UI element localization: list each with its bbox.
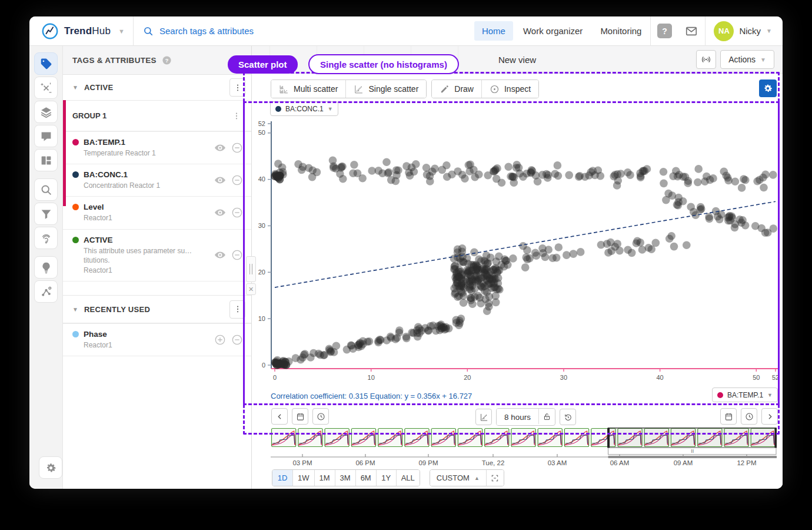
fit-range-button[interactable] <box>486 470 504 486</box>
group-label: GROUP 1 <box>72 111 230 120</box>
step-back-button[interactable] <box>271 408 288 425</box>
chevron-down-icon: ▼ <box>760 57 766 63</box>
draw-button[interactable]: Draw <box>432 80 481 98</box>
help-icon[interactable]: ? <box>162 55 172 65</box>
svg-text:30: 30 <box>258 222 265 229</box>
tag-name: BA:TEMP.1 <box>84 138 125 147</box>
scatter-range-button[interactable] <box>475 409 492 425</box>
resize-grip[interactable] <box>246 256 256 282</box>
minus-circle-icon[interactable] <box>231 249 243 261</box>
help-button[interactable]: ? <box>651 16 678 46</box>
single-scatter-button[interactable]: Single scatter <box>345 80 426 98</box>
tag-description: Reactor1 <box>84 266 214 275</box>
user-name: Nicky <box>739 26 761 36</box>
timeline-strip[interactable]: 03 PM06 PM09 PMTue, 2203 AM06 AM09 AM12 … <box>271 428 777 468</box>
tag-icon <box>40 58 52 70</box>
fingerprint-icon <box>40 232 52 244</box>
multi-scatter-icon <box>279 84 289 94</box>
range-all-button[interactable]: ALL <box>396 470 420 486</box>
range-1d-button[interactable]: 1D <box>272 470 292 486</box>
signal-color-dot <box>72 237 79 243</box>
main-area: New view Actions ▼ Multi scatterSingle s… <box>252 46 783 489</box>
range-6m-button[interactable]: 6M <box>355 470 376 486</box>
panel-resize-handle: ✕ <box>246 256 256 295</box>
clock-icon <box>745 412 754 421</box>
group-menu-button[interactable] <box>230 111 243 121</box>
tag-row-ba-conc-1[interactable]: BA:CONC.1Concentration Reactor 1 <box>63 164 251 196</box>
nav-item-work-organizer[interactable]: Work organizer <box>515 21 590 41</box>
end-time-button[interactable] <box>741 408 757 425</box>
minus-circle-icon[interactable] <box>231 174 243 186</box>
tool-bulb-button[interactable] <box>34 256 58 279</box>
scatter-toolbar: Multi scatterSingle scatter DrawInspect <box>271 80 539 98</box>
kebab-icon <box>232 111 241 121</box>
chevron-down-icon[interactable]: ▼ <box>118 28 125 35</box>
tool-formula-button[interactable] <box>34 77 58 99</box>
svg-text:52: 52 <box>772 374 779 381</box>
tool-graph-button[interactable] <box>34 280 58 303</box>
lock-duration-button[interactable] <box>538 409 555 424</box>
step-forward-button[interactable] <box>761 408 778 425</box>
broadcast-button[interactable] <box>696 50 716 69</box>
range-1m-button[interactable]: 1M <box>314 470 335 486</box>
tool-fingerprint-button[interactable] <box>34 227 58 249</box>
tool-dashboard-button[interactable] <box>34 149 58 171</box>
user-menu[interactable]: NA Nicky ▼ <box>705 21 783 41</box>
annotation-badge-scatter-plot[interactable]: Scatter plot <box>228 55 298 74</box>
multi-scatter-button[interactable]: Multi scatter <box>271 80 345 98</box>
section-active[interactable]: ▼ ACTIVE <box>63 75 251 100</box>
timeline-center-controls: 8 hours <box>475 408 576 426</box>
chevron-left-icon <box>275 412 284 421</box>
duration-display[interactable]: 8 hours <box>497 409 538 425</box>
tool-comment-button[interactable] <box>34 125 58 147</box>
end-date-button[interactable] <box>720 408 737 425</box>
eye-icon[interactable] <box>214 249 226 261</box>
range-3m-button[interactable]: 3M <box>335 470 355 486</box>
minus-circle-icon[interactable] <box>231 334 243 346</box>
history-button[interactable] <box>560 409 576 425</box>
tool-layers-button[interactable] <box>34 101 58 123</box>
minus-circle-icon[interactable] <box>231 142 243 154</box>
tag-row-level[interactable]: LevelReactor1 <box>63 196 251 228</box>
y-axis-signal-selector[interactable]: BA:CONC.1 ▼ <box>270 101 338 116</box>
section-menu-button[interactable] <box>229 300 245 319</box>
section-menu-button[interactable] <box>229 78 245 97</box>
close-icon[interactable]: ✕ <box>246 283 256 295</box>
actions-button[interactable]: Actions ▼ <box>720 50 774 69</box>
eye-icon[interactable] <box>214 142 226 154</box>
timeline-left-controls <box>271 408 329 425</box>
start-time-button[interactable] <box>312 408 329 425</box>
tag-row-active[interactable]: ACTIVEThis attribute uses parameter su… … <box>63 229 251 281</box>
eye-icon[interactable] <box>214 207 226 218</box>
nav-item-home[interactable]: Home <box>474 21 513 41</box>
start-date-button[interactable] <box>292 408 308 425</box>
annotation-badge-single-scatter[interactable]: Single scatter (no histograms) <box>308 54 459 74</box>
svg-text:?: ? <box>165 57 169 63</box>
section-label: RECENTLY USED <box>84 305 229 314</box>
layers-icon <box>40 106 52 118</box>
eye-icon[interactable] <box>214 174 226 186</box>
tag-row-ba-temp-1[interactable]: BA:TEMP.1Temperature Reactor 1 <box>63 131 251 164</box>
custom-range-button[interactable]: CUSTOM ▲ <box>430 470 486 486</box>
tag-row-phase[interactable]: PhaseReactor1 <box>63 323 251 356</box>
tool-search-button[interactable] <box>34 178 58 201</box>
inspect-button[interactable]: Inspect <box>481 80 538 98</box>
section-recently-used[interactable]: ▼ RECENTLY USED <box>63 295 251 323</box>
range-1w-button[interactable]: 1W <box>292 470 314 486</box>
minus-circle-icon[interactable] <box>231 207 243 218</box>
chart-settings-button[interactable] <box>759 80 777 97</box>
brand[interactable]: TrendHub ▼ <box>29 22 133 40</box>
actions-label: Actions <box>728 55 756 64</box>
tool-filter-button[interactable] <box>34 203 58 225</box>
group-row[interactable]: GROUP 1 <box>63 100 251 131</box>
range-1y-button[interactable]: 1Y <box>376 470 396 486</box>
settings-button[interactable] <box>39 456 62 479</box>
x-axis-signal-selector[interactable]: BA:TEMP.1 ▼ <box>712 387 778 402</box>
search-input[interactable] <box>159 26 407 36</box>
tool-tag-button[interactable] <box>34 52 58 75</box>
nav-item-monitoring[interactable]: Monitoring <box>593 21 649 41</box>
mail-button[interactable] <box>678 16 705 46</box>
scatter-chart[interactable]: 01020304050520102030405052 <box>255 119 779 391</box>
plus-circle-icon[interactable] <box>214 334 226 346</box>
tag-description: Reactor1 <box>84 213 214 223</box>
